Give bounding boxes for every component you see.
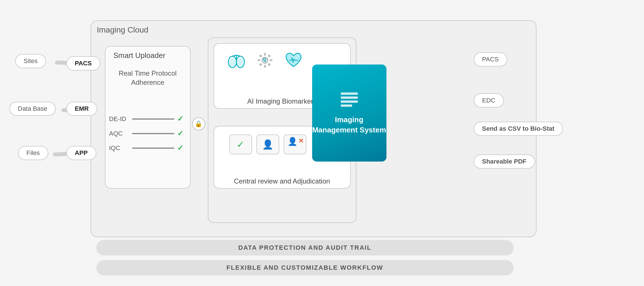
sites-source: Sites <box>15 54 46 68</box>
ims-label: Imaging Management System <box>312 115 386 135</box>
svg-rect-63 <box>341 104 352 107</box>
edc-output-pill: EDC <box>474 93 504 108</box>
lung-icon <box>225 49 248 72</box>
pacs-output-pill: PACS <box>474 52 507 67</box>
csv-output-pill: Send as CSV to Bio-Stat <box>474 122 563 136</box>
imaging-cloud-label: Imaging Cloud <box>97 25 149 35</box>
review-checkmark-box: ✓ <box>229 134 252 154</box>
svg-rect-52 <box>258 59 260 61</box>
database-source: Data Base <box>9 102 56 116</box>
svg-rect-60 <box>341 92 358 95</box>
svg-rect-56 <box>259 63 262 66</box>
svg-point-46 <box>237 58 244 67</box>
svg-text:Q: Q <box>263 57 266 62</box>
csv-output: Send as CSV to Bio-Stat <box>474 122 563 136</box>
svg-rect-55 <box>268 54 271 57</box>
rtpa-text: Real Time Protocol Adherence <box>111 69 185 87</box>
heart-icon <box>282 49 305 72</box>
iqc-dash <box>132 148 174 149</box>
central-review-label: Central review and Adjudication <box>222 177 342 185</box>
pdf-output-pill: Shareable PDF <box>474 154 535 169</box>
deid-checkmark: ✓ <box>177 114 184 123</box>
iqc-check-row: IQC ✓ <box>109 144 184 152</box>
app-connector: APP <box>66 146 96 160</box>
sites-pill: Sites <box>15 54 46 68</box>
aqc-label: AQC <box>109 130 129 137</box>
files-source: Files <box>18 146 48 160</box>
pacs-output: PACS <box>474 52 507 67</box>
flexible-workflow-label: FLEXIBLE AND CUSTOMIZABLE WORKFLOW <box>226 264 383 271</box>
qmenta-gear-icon: Q <box>254 49 276 72</box>
svg-rect-62 <box>341 100 358 103</box>
svg-point-45 <box>229 58 236 67</box>
emr-bold-pill: EMR <box>66 102 97 116</box>
database-pill: Data Base <box>9 102 56 116</box>
review-person-x-box: 👤 ✕ <box>284 134 306 154</box>
review-icons-row: ✓ 👤 👤 ✕ <box>229 134 306 154</box>
ai-icons-row: Q <box>225 49 305 72</box>
review-person-box: 👤 <box>256 134 279 154</box>
aqc-check-row: AQC ✓ <box>109 129 184 138</box>
ims-box: Imaging Management System <box>312 65 386 162</box>
data-protection-bar: DATA PROTECTION AND AUDIT TRAIL <box>96 240 514 255</box>
app-bold-pill: APP <box>66 146 96 160</box>
svg-rect-54 <box>259 54 262 57</box>
aqc-checkmark: ✓ <box>177 129 184 138</box>
aqc-dash <box>132 133 174 134</box>
emr-connector: EMR <box>66 102 97 116</box>
lock-icon: 🔒 <box>192 117 205 130</box>
files-pill: Files <box>18 146 48 160</box>
svg-rect-53 <box>270 59 272 61</box>
svg-rect-51 <box>264 65 266 68</box>
smart-uploader-label: Smart Uploader <box>113 51 166 60</box>
data-protection-label: DATA PROTECTION AND AUDIT TRAIL <box>238 244 372 251</box>
pacs-connector: PACS <box>66 56 101 71</box>
iqc-checkmark: ✓ <box>177 144 184 152</box>
diagram-container: QMENTA Imaging Hub Imaging Cloud Smart U… <box>8 9 637 277</box>
pdf-output: Shareable PDF <box>474 154 535 169</box>
deid-check-row: DE-ID ✓ <box>109 114 184 123</box>
deid-dash <box>132 118 174 120</box>
checks-area: DE-ID ✓ AQC ✓ IQC ✓ <box>109 114 184 158</box>
pacs-bold-pill: PACS <box>66 56 101 71</box>
iqc-label: IQC <box>109 144 129 152</box>
edc-output: EDC <box>474 93 504 108</box>
deid-label: DE-ID <box>109 115 129 123</box>
ims-lines-icon <box>339 91 359 110</box>
svg-rect-61 <box>341 96 358 99</box>
flexible-workflow-bar: FLEXIBLE AND CUSTOMIZABLE WORKFLOW <box>96 260 514 275</box>
svg-rect-57 <box>268 63 271 66</box>
svg-rect-50 <box>264 53 266 56</box>
